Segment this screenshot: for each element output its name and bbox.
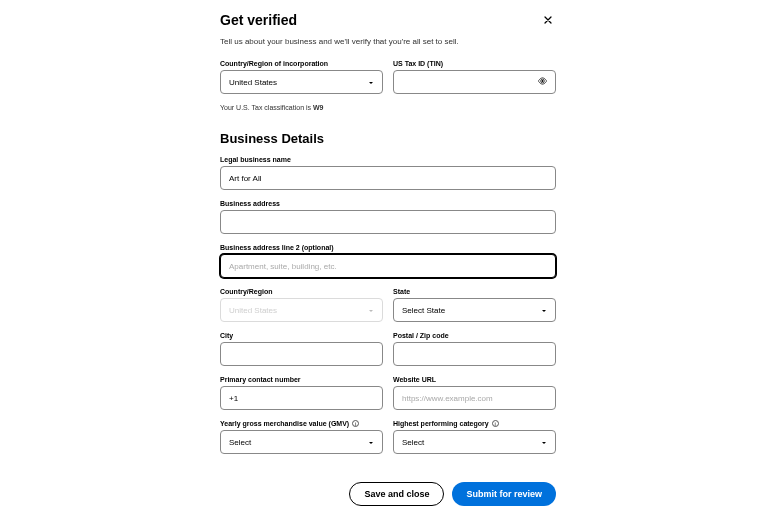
toggle-visibility-button[interactable] xyxy=(537,75,548,90)
phone-input[interactable] xyxy=(220,386,383,410)
address2-input[interactable] xyxy=(220,254,556,278)
country-incorporation-select[interactable]: United States xyxy=(220,70,383,94)
category-label: Highest performing category i xyxy=(393,420,556,427)
modal-container: Get verified Tell us about your business… xyxy=(0,0,776,512)
postal-input[interactable] xyxy=(393,342,556,366)
close-button[interactable] xyxy=(540,12,556,31)
svg-point-0 xyxy=(542,80,544,82)
state-label: State xyxy=(393,288,556,295)
info-icon[interactable]: i xyxy=(352,420,359,427)
phone-label: Primary contact number xyxy=(220,376,383,383)
country-label: Country/Region xyxy=(220,288,383,295)
business-details-heading: Business Details xyxy=(220,131,556,146)
tax-id-label: US Tax ID (TIN) xyxy=(393,60,556,67)
page-subtitle: Tell us about your business and we'll ve… xyxy=(220,37,556,46)
url-input[interactable] xyxy=(393,386,556,410)
city-label: City xyxy=(220,332,383,339)
category-select[interactable]: Select xyxy=(393,430,556,454)
country-incorporation-label: Country/Region of incorporation xyxy=(220,60,383,67)
address-label: Business address xyxy=(220,200,556,207)
legal-name-input[interactable] xyxy=(220,166,556,190)
country-select: United States xyxy=(220,298,383,322)
city-input[interactable] xyxy=(220,342,383,366)
info-icon[interactable]: i xyxy=(492,420,499,427)
gmv-select[interactable]: Select xyxy=(220,430,383,454)
state-select[interactable]: Select State xyxy=(393,298,556,322)
eye-icon xyxy=(537,76,548,87)
url-label: Website URL xyxy=(393,376,556,383)
postal-label: Postal / Zip code xyxy=(393,332,556,339)
save-close-button[interactable]: Save and close xyxy=(349,482,444,506)
address2-label: Business address line 2 (optional) xyxy=(220,244,556,251)
close-icon xyxy=(542,14,554,26)
submit-review-button[interactable]: Submit for review xyxy=(452,482,556,506)
gmv-label: Yearly gross merchandise value (GMV) i xyxy=(220,420,383,427)
tax-id-input[interactable] xyxy=(393,70,556,94)
page-title: Get verified xyxy=(220,12,297,28)
tax-helper-text: Your U.S. Tax classification is W9 xyxy=(220,104,556,111)
address-input[interactable] xyxy=(220,210,556,234)
legal-name-label: Legal business name xyxy=(220,156,556,163)
